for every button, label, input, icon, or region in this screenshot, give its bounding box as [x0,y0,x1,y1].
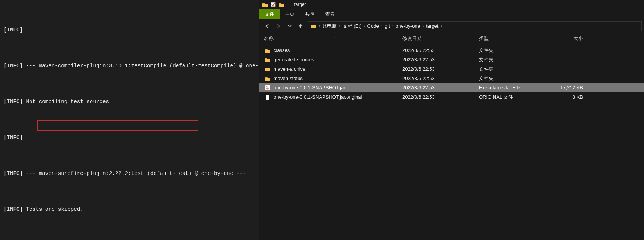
term-line: [INFO] --- maven-compiler-plugin:3.10.1:… [4,60,256,72]
file-date: 2022/8/6 22:53 [402,66,479,72]
file-name: generated-sources [274,57,402,62]
svg-rect-3 [266,95,269,100]
sort-indicator-icon: ˄ [334,37,336,40]
term-line: [INFO] [4,24,256,36]
tab-view[interactable]: 查看 [320,9,340,19]
up-button[interactable] [295,21,306,31]
folder-row[interactable]: generated-sources 2022/8/6 22:53 文件夹 [259,55,644,64]
folder-row[interactable]: maven-archiver 2022/8/6 22:53 文件夹 [259,64,644,74]
jar-file-icon [264,84,271,92]
chevron-right-icon[interactable]: › [422,24,424,28]
svg-rect-0 [271,2,275,7]
file-name: maven-archiver [274,66,402,72]
file-name: one-by-one-0.0.1-SNAPSHOT.jar.original [274,94,402,100]
folder-icon [311,23,317,29]
chevron-right-icon[interactable]: › [440,24,442,28]
column-header-size[interactable]: 大小 [543,35,587,42]
file-name: classes [274,47,402,53]
folder-row[interactable]: maven-status 2022/8/6 22:53 文件夹 [259,74,644,83]
term-line: [INFO] Not compiling test sources [4,96,256,108]
file-date: 2022/8/6 22:53 [402,47,479,53]
ribbon-tabs: 文件 主页 共享 查看 [259,9,644,19]
column-header-date[interactable]: 修改日期 [402,35,479,42]
back-button[interactable] [262,21,273,31]
file-size: 3 KB [543,94,587,100]
tab-home[interactable]: 主页 [280,9,300,19]
file-row[interactable]: one-by-one-0.0.1-SNAPSHOT.jar.original 2… [259,92,644,102]
file-row[interactable]: one-by-one-0.0.1-SNAPSHOT.jar 2022/8/6 2… [259,83,644,92]
title-bar-separator: | [289,1,290,7]
chevron-right-icon[interactable]: › [392,24,393,28]
file-date: 2022/8/6 22:53 [402,57,479,62]
folder-icon [278,1,285,8]
chevron-down-icon[interactable]: ▾ [286,3,288,6]
breadcrumb-item[interactable]: git [385,23,390,29]
chevron-right-icon[interactable]: › [319,24,320,28]
folder-row[interactable]: classes 2022/8/6 22:53 文件夹 [259,46,644,55]
column-header-type[interactable]: 类型 [479,35,543,42]
file-type: 文件夹 [479,75,543,82]
file-date: 2022/8/6 22:53 [402,85,479,90]
file-date: 2022/8/6 22:53 [402,94,479,100]
breadcrumb-item[interactable]: 此电脑 [322,23,337,30]
breadcrumb-item[interactable]: target [426,23,438,29]
tab-file[interactable]: 文件 [259,9,280,19]
tab-share[interactable]: 共享 [300,9,320,19]
file-type: ORIGINAL 文件 [479,94,543,101]
annotation-box-terminal [37,120,198,131]
file-explorer-pane: ▾ | target 文件 主页 共享 查看 › 此电脑 › 文档 (E [259,0,644,240]
file-size: 17,212 KB [543,85,587,90]
recent-button[interactable] [284,21,295,31]
folder-icon [264,56,271,64]
address-bar[interactable]: › 此电脑 › 文档 (E:) › Code › git › one-by-on… [308,21,642,31]
term-line: [INFO] Tests are skipped. [4,203,256,215]
column-header-label: 名称 [264,35,274,42]
breadcrumb-item[interactable]: Code [367,23,379,29]
file-type: 文件夹 [479,47,543,54]
column-header-name[interactable]: 名称 ˄ [264,35,402,42]
navigation-bar: › 此电脑 › 文档 (E:) › Code › git › one-by-on… [259,19,644,33]
terminal-pane[interactable]: [INFO] [INFO] --- maven-compiler-plugin:… [0,0,259,240]
folder-icon [262,1,268,8]
term-line: [INFO] --- maven-surefire-plugin:2.22.2:… [4,167,256,179]
chevron-right-icon[interactable]: › [364,24,365,28]
file-type: Executable Jar File [479,85,543,90]
file-date: 2022/8/6 22:53 [402,76,479,81]
column-headers: 名称 ˄ 修改日期 类型 大小 [259,33,644,44]
breadcrumb-item[interactable]: 文档 (E:) [343,23,362,30]
file-name: one-by-one-0.0.1-SNAPSHOT.jar [274,85,402,90]
checkbox-icon [270,1,277,8]
chevron-right-icon[interactable]: › [339,24,340,28]
document-file-icon [264,93,271,101]
breadcrumb-item[interactable]: one-by-one [396,23,420,29]
folder-icon [264,47,271,54]
window-title: target [294,2,306,7]
chevron-right-icon[interactable]: › [381,24,382,28]
file-name: maven-status [274,76,402,81]
svg-point-2 [266,87,269,89]
term-line: [INFO] [4,132,256,144]
folder-icon [264,65,271,73]
file-type: 文件夹 [479,56,543,63]
file-type: 文件夹 [479,66,543,73]
folder-icon [264,75,271,82]
forward-button[interactable] [273,21,284,31]
file-list[interactable]: classes 2022/8/6 22:53 文件夹 generated-sou… [259,44,644,240]
explorer-title-bar[interactable]: ▾ | target [259,0,644,9]
